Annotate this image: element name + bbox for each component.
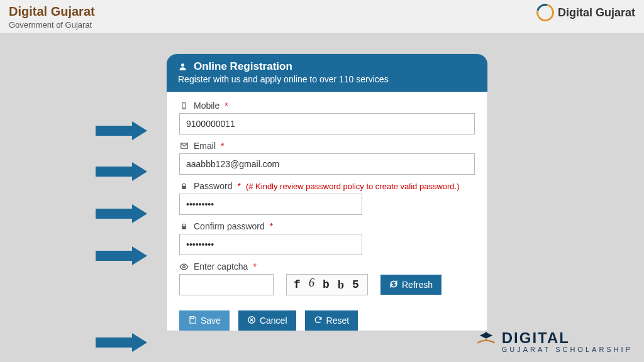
lock-icon (179, 182, 189, 190)
confirm-label: Confirm password (194, 221, 265, 231)
header-logo: Digital Gujarat (536, 4, 635, 21)
registration-card: Online Registration Register with us and… (167, 54, 487, 331)
reset-label: Reset (326, 315, 350, 326)
header-logo-text: Digital Gujarat (558, 6, 635, 19)
svg-rect-8 (486, 332, 487, 333)
refresh-label: Refresh (402, 280, 433, 290)
cancel-label: Cancel (260, 315, 287, 326)
save-icon (188, 315, 197, 326)
annotation-arrow (96, 246, 152, 265)
captcha-field-row: Enter captcha * f6bb5 Refresh (179, 261, 475, 295)
lock-icon (179, 222, 189, 231)
card-subtitle: Register with us and apply online to ove… (178, 74, 476, 84)
watermark-title: DIGITAL (502, 329, 570, 347)
confirm-password-input[interactable] (179, 234, 362, 255)
password-input[interactable] (179, 194, 362, 215)
eye-icon (179, 262, 189, 272)
captcha-image: f6bb5 (286, 274, 368, 295)
svg-point-0 (181, 63, 184, 67)
email-icon (179, 141, 189, 150)
email-field-row: Email* (179, 141, 475, 175)
annotation-arrow (96, 162, 152, 181)
button-row: Save Cancel Reset (167, 305, 487, 331)
watermark: DIGITAL GUJARAT SCHOLARSHIP (475, 329, 633, 353)
site-title: Digital Gujarat (9, 4, 95, 19)
captcha-label: Enter captcha (194, 261, 248, 272)
site-subtitle: Government of Gujarat (9, 20, 95, 30)
mobile-icon (179, 102, 189, 110)
graduation-icon (475, 330, 497, 346)
save-button[interactable]: Save (179, 310, 230, 331)
mobile-label: Mobile (194, 101, 219, 111)
refresh-icon (389, 280, 398, 290)
logo-icon (536, 4, 557, 21)
cancel-button[interactable]: Cancel (238, 310, 296, 331)
watermark-sub: GUJARAT SCHOLARSHIP (502, 346, 633, 353)
svg-rect-6 (191, 316, 194, 318)
card-title: Online Registration (194, 60, 292, 73)
mobile-input[interactable] (179, 113, 475, 134)
mobile-field-row: Mobile* (179, 101, 475, 134)
email-label: Email (194, 141, 216, 151)
save-label: Save (201, 315, 221, 326)
cancel-icon (247, 315, 256, 326)
refresh-button[interactable]: Refresh (380, 275, 441, 295)
reset-button[interactable]: Reset (305, 310, 358, 331)
svg-point-2 (184, 107, 184, 108)
captcha-input[interactable] (179, 274, 274, 295)
user-icon (178, 61, 187, 72)
reset-icon (314, 315, 323, 326)
annotation-arrow (96, 204, 152, 223)
annotation-arrow (96, 333, 152, 352)
annotation-arrow (96, 121, 152, 140)
top-bar: Digital Gujarat Government of Gujarat Di… (0, 0, 644, 34)
password-hint: (# Kindly review password policy to crea… (246, 182, 460, 191)
password-label: Password (194, 181, 232, 191)
card-header: Online Registration Register with us and… (167, 54, 487, 92)
svg-point-5 (183, 265, 186, 268)
confirm-field-row: Confirm password* (179, 221, 475, 255)
svg-rect-3 (182, 185, 186, 189)
password-field-row: Password* (# Kindly review password poli… (179, 181, 475, 215)
svg-rect-4 (182, 226, 186, 229)
brand-block: Digital Gujarat Government of Gujarat (9, 4, 95, 30)
email-input[interactable] (179, 153, 475, 175)
